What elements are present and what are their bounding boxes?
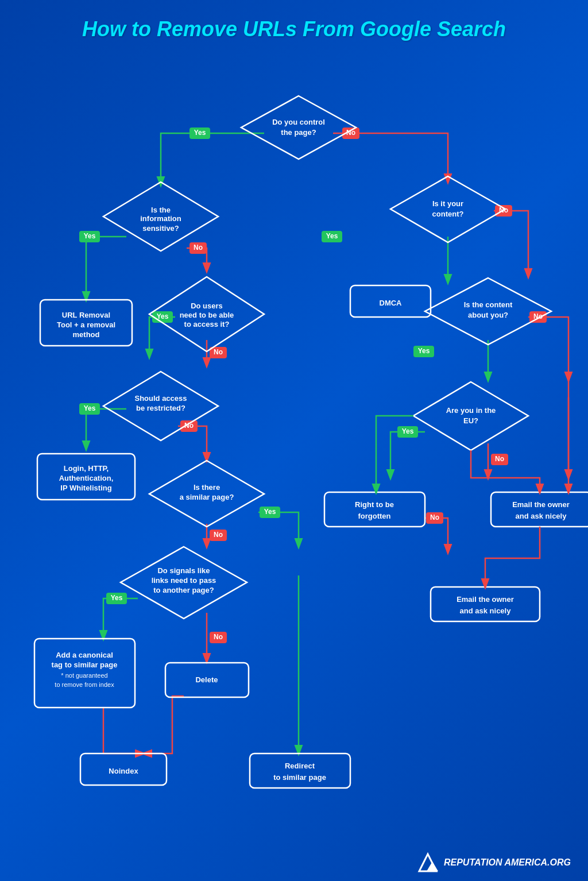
svg-text:No: No bbox=[214, 348, 223, 356]
svg-text:Email the owner: Email the owner bbox=[512, 500, 570, 509]
svg-text:Do you control: Do you control bbox=[272, 118, 325, 126]
svg-text:Is it your: Is it your bbox=[432, 199, 463, 208]
svg-text:Add a canonical: Add a canonical bbox=[56, 651, 113, 659]
svg-text:Is there: Is there bbox=[194, 483, 220, 492]
no-label-sensitive-right: No bbox=[189, 242, 207, 254]
svg-text:Login, HTTP,: Login, HTTP, bbox=[64, 464, 109, 473]
svg-text:about you?: about you? bbox=[468, 311, 508, 319]
box-redirect: Redirect to similar page bbox=[250, 754, 350, 788]
box-noindex: Noindex bbox=[80, 754, 167, 785]
flowchart-svg: Yes No Yes No bbox=[11, 59, 588, 863]
svg-text:Yes: Yes bbox=[402, 427, 414, 435]
svg-text:Do users: Do users bbox=[191, 302, 223, 310]
box-email-owner-2: Email the owner and ask nicely bbox=[431, 587, 540, 621]
svg-text:Is the: Is the bbox=[151, 206, 171, 214]
box-right-forgotten: Right to be forgotten bbox=[324, 492, 425, 527]
no-label-similar-down: No bbox=[210, 530, 227, 541]
yes-label-eu-left: Yes bbox=[397, 426, 418, 438]
svg-text:Redirect: Redirect bbox=[285, 762, 315, 770]
svg-text:Should access: Should access bbox=[134, 394, 187, 403]
svg-text:Yes: Yes bbox=[84, 232, 96, 240]
svg-text:information: information bbox=[140, 214, 181, 223]
svg-text:DMCA: DMCA bbox=[380, 299, 403, 307]
no-label-restrict-right: No bbox=[180, 420, 198, 432]
svg-text:content?: content? bbox=[432, 210, 464, 218]
svg-rect-90 bbox=[324, 492, 425, 527]
yes-label-aboutyou-down: Yes bbox=[413, 346, 434, 357]
no-label-signals-down: No bbox=[210, 632, 227, 643]
svg-text:No: No bbox=[430, 513, 439, 521]
logo-text: REPUTATION AMERICA.ORG bbox=[444, 857, 571, 868]
svg-text:and ask nicely: and ask nicely bbox=[516, 512, 567, 520]
page-wrapper: How to Remove URLs From Google Search Ye… bbox=[0, 0, 588, 881]
yes-label-yourcontent-down: Yes bbox=[322, 231, 342, 242]
box-dmca: DMCA bbox=[350, 285, 431, 317]
box-canonical: Add a canonical tag to similar page * no… bbox=[34, 639, 135, 708]
svg-text:IP Whitelisting: IP Whitelisting bbox=[60, 484, 111, 492]
svg-text:links need to pass: links need to pass bbox=[152, 576, 216, 585]
box-delete: Delete bbox=[165, 663, 249, 697]
svg-text:to another page?: to another page? bbox=[153, 586, 214, 594]
box-email-owner-1: Email the owner and ask nicely bbox=[491, 492, 588, 527]
svg-text:No: No bbox=[495, 455, 504, 463]
box-url-removal: URL Removal Tool + a removal method bbox=[40, 300, 132, 346]
svg-text:* not guaranteed: * not guaranteed bbox=[61, 672, 107, 679]
svg-text:Noindex: Noindex bbox=[109, 767, 138, 775]
svg-text:a similar page?: a similar page? bbox=[180, 493, 234, 501]
svg-text:tag to similar page: tag to similar page bbox=[52, 660, 118, 669]
svg-rect-96 bbox=[431, 587, 540, 621]
diamond-control-page: Do you control the page? bbox=[241, 96, 356, 159]
svg-text:No: No bbox=[214, 633, 223, 641]
yes-label-similar-right: Yes bbox=[260, 507, 280, 518]
svg-text:forgotten: forgotten bbox=[358, 512, 390, 520]
svg-text:be restricted?: be restricted? bbox=[136, 404, 185, 412]
svg-text:Yes: Yes bbox=[264, 508, 276, 516]
svg-text:Delete: Delete bbox=[195, 675, 218, 684]
svg-text:No: No bbox=[194, 244, 203, 252]
logo-area: REPUTATION AMERICA.ORG bbox=[416, 851, 571, 874]
svg-text:Do signals like: Do signals like bbox=[157, 566, 210, 575]
svg-text:Email the owner: Email the owner bbox=[457, 595, 514, 604]
yes-label-users-left: Yes bbox=[152, 311, 173, 323]
svg-rect-93 bbox=[491, 492, 588, 527]
yes-label-sensitive-left: Yes bbox=[79, 231, 100, 242]
svg-text:URL Removal: URL Removal bbox=[62, 311, 110, 319]
svg-marker-100 bbox=[427, 861, 438, 871]
svg-text:and ask nicely: and ask nicely bbox=[460, 606, 512, 615]
svg-text:Is the content: Is the content bbox=[464, 300, 513, 309]
no-label-eu-down: No bbox=[491, 454, 508, 465]
yes-label-restrict-left: Yes bbox=[79, 403, 100, 415]
diamond-restrict: Should access be restricted? bbox=[103, 372, 218, 440]
svg-text:No: No bbox=[214, 531, 223, 539]
svg-marker-38 bbox=[241, 96, 356, 159]
diamond-eu: Are you in the EU? bbox=[413, 382, 528, 450]
svg-text:to access it?: to access it? bbox=[184, 320, 230, 329]
svg-text:Yes: Yes bbox=[418, 347, 430, 355]
svg-text:EU?: EU? bbox=[463, 416, 478, 425]
svg-text:Yes: Yes bbox=[111, 594, 123, 602]
svg-text:to similar page: to similar page bbox=[273, 773, 326, 782]
no-label-rtbf-right: No bbox=[426, 512, 443, 524]
diamond-info-sensitive: Is the information sensitive? bbox=[103, 182, 218, 251]
svg-text:to remove from index: to remove from index bbox=[55, 681, 114, 688]
svg-rect-76 bbox=[250, 754, 350, 788]
box-login: Login, HTTP, Authentication, IP Whitelis… bbox=[37, 454, 135, 500]
svg-text:Tool + a removal: Tool + a removal bbox=[57, 320, 115, 329]
svg-text:Yes: Yes bbox=[84, 404, 96, 412]
diamond-your-content: Is it your content? bbox=[390, 176, 505, 242]
svg-text:Yes: Yes bbox=[326, 232, 338, 240]
logo-icon bbox=[416, 851, 439, 874]
yes-label-control-left: Yes bbox=[189, 127, 210, 139]
yes-label-signals-left: Yes bbox=[106, 593, 127, 604]
svg-text:the page?: the page? bbox=[281, 128, 316, 137]
svg-text:Right to be: Right to be bbox=[355, 500, 394, 509]
svg-text:Are you in the: Are you in the bbox=[446, 406, 496, 415]
svg-text:need to be able: need to be able bbox=[180, 311, 234, 319]
page-title: How to Remove URLs From Google Search bbox=[11, 17, 577, 41]
svg-text:method: method bbox=[73, 330, 100, 339]
diamond-similar-page: Is there a similar page? bbox=[149, 461, 264, 527]
flowchart-container: Yes No Yes No bbox=[11, 59, 577, 863]
svg-text:Authentication,: Authentication, bbox=[59, 474, 114, 482]
svg-text:Yes: Yes bbox=[194, 129, 206, 137]
diamond-signals: Do signals like links need to pass to an… bbox=[121, 547, 247, 619]
